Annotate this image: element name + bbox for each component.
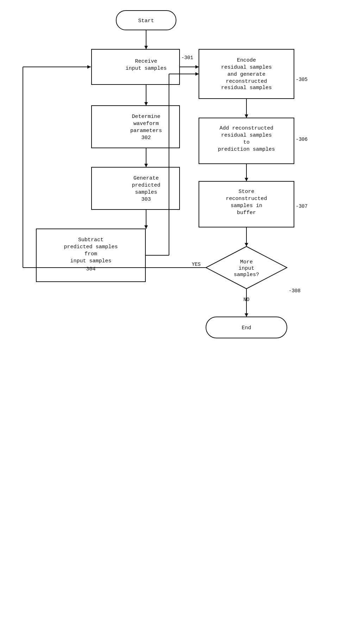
svg-marker-35 (195, 72, 199, 76)
svg-marker-8 (144, 164, 148, 167)
node-307-line1: Store (238, 189, 254, 195)
node-307-number: -307 (296, 204, 308, 209)
node-302-line3: parameters (130, 128, 162, 134)
node-303-line2: predicted (132, 182, 160, 188)
node-306-number: -306 (296, 137, 308, 142)
node-303-number: 303 (141, 196, 151, 202)
node-308-line1: More (240, 259, 253, 265)
node-301-number: -301 (181, 55, 193, 61)
node-301-line2: input samples (125, 65, 167, 71)
node-304-line2: predicted samples (64, 244, 118, 250)
node-302-line1: Determine (132, 114, 160, 120)
node-307-line3: samples in (231, 203, 262, 209)
svg-marker-14 (195, 65, 199, 69)
node-303-line1: Generate (133, 175, 159, 181)
diagram-container: Start Receive input samples -301 Determi… (0, 0, 351, 644)
svg-marker-2 (144, 46, 148, 49)
start-label: Start (138, 18, 154, 24)
node-305-line5: residual samples (221, 85, 272, 91)
svg-marker-23 (245, 243, 248, 246)
node-305-line2: residual samples (221, 64, 272, 70)
svg-marker-27 (87, 65, 91, 69)
yes-label: YES (192, 262, 201, 267)
node-306-line1: Add reconstructed (219, 125, 273, 131)
node-305-number: -305 (296, 77, 308, 82)
node-304-number: 304 (86, 266, 95, 272)
node-304-line1: Subtract (78, 237, 104, 243)
node-305-line4: reconstructed (226, 79, 267, 85)
end-label: End (242, 325, 251, 331)
node-306-line3: to (243, 139, 250, 145)
svg-marker-20 (245, 178, 248, 181)
node-308-line3: samples? (234, 272, 259, 278)
node-307-line4: buffer (237, 210, 256, 216)
node-302-line2: waveform (133, 121, 159, 127)
node-305-line1: Encode (237, 57, 256, 63)
svg-marker-5 (144, 102, 148, 106)
svg-rect-9 (92, 167, 180, 210)
node-306-line4: prediction samples (218, 146, 275, 152)
node-308-line2: input (238, 265, 254, 271)
flowchart-svg: Start Receive input samples -301 Determi… (0, 0, 351, 644)
node-308-number: -308 (289, 288, 301, 294)
svg-marker-11 (144, 225, 148, 229)
node-303-line3: samples (135, 189, 157, 195)
node-306-line2: residual samples (221, 132, 272, 138)
node-301-line1: Receive (135, 58, 157, 64)
svg-marker-30 (245, 313, 248, 317)
svg-marker-17 (245, 114, 248, 118)
node-302-number: 302 (141, 135, 151, 141)
node-307-line2: reconstructed (226, 196, 267, 202)
node-304-line3: from (84, 251, 97, 257)
svg-rect-6 (92, 106, 180, 148)
node-304-line4: input samples (70, 258, 111, 264)
node-305-line3: and generate (227, 71, 265, 77)
no-label: NO (244, 297, 250, 302)
